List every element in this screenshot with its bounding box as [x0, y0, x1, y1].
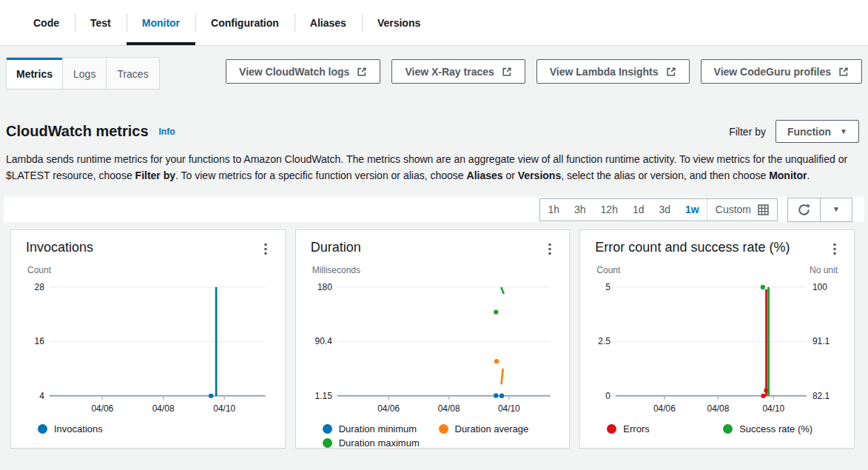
view-lambda-insights-button[interactable]: View Lambda Insights: [536, 59, 690, 84]
legend-color-dot: [723, 424, 733, 434]
y-axis-unit-label-right: No unit: [810, 265, 838, 275]
data-point: [761, 394, 766, 398]
duration-chart-card: Duration Milliseconds 18090.41.1504/0604…: [295, 229, 571, 449]
chart-menu-button[interactable]: [545, 241, 554, 257]
legend-color-dot: [607, 424, 616, 434]
description-bold: Monitor: [769, 169, 807, 181]
tab-code[interactable]: Code: [18, 0, 75, 45]
view-xray-traces-button[interactable]: View X-Ray traces: [391, 59, 525, 84]
data-point: [761, 285, 765, 289]
button-label: View Lambda Insights: [550, 66, 659, 78]
tab-configuration[interactable]: Configuration: [195, 0, 295, 45]
external-link-buttons: View CloudWatch logs View X-Ray traces V…: [226, 59, 862, 84]
filter-by-control: Filter by Function ▼: [729, 120, 859, 143]
kebab-menu-icon: [833, 243, 836, 255]
legend-label: Duration minimum: [339, 423, 417, 434]
refresh-controls: ▼: [787, 198, 852, 222]
legend-item[interactable]: Success rate (%): [723, 423, 839, 434]
subtab-metrics[interactable]: Metrics: [7, 58, 62, 89]
y-tick-label: 1.15: [314, 391, 332, 401]
view-codeguru-profiles-button[interactable]: View CodeGuru profiles: [701, 59, 862, 84]
legend-item[interactable]: Duration maximum: [323, 437, 439, 449]
tab-test[interactable]: Test: [75, 0, 127, 45]
refresh-button[interactable]: [788, 198, 820, 221]
time-range-1h[interactable]: 1h: [540, 204, 567, 215]
x-tick-label: 04/10: [763, 403, 785, 414]
chart-menu-button[interactable]: [830, 241, 839, 257]
y-axis-unit-label: Count: [27, 265, 51, 275]
data-point: [499, 394, 504, 398]
y-tick-label-right: 82.1: [813, 391, 830, 401]
button-label: View X-Ray traces: [405, 66, 494, 78]
kebab-menu-icon: [548, 243, 551, 255]
x-tick-label: 04/08: [152, 403, 175, 414]
chart-legend: Invocations: [26, 420, 270, 434]
time-range-1d[interactable]: 1d: [625, 204, 652, 215]
info-link[interactable]: Info: [159, 127, 175, 137]
x-tick-label: 04/10: [213, 403, 235, 414]
tab-monitor[interactable]: Monitor: [127, 0, 195, 45]
time-range-12h[interactable]: 12h: [593, 204, 625, 215]
kebab-menu-icon: [264, 243, 267, 255]
chart-plot: 52.5010091.182.104/0604/0804/10: [595, 277, 839, 417]
caret-down-icon: ▼: [832, 206, 840, 213]
y-tick-label-right: 91.1: [813, 336, 830, 346]
subtab-traces[interactable]: Traces: [106, 58, 158, 89]
view-cloudwatch-logs-button[interactable]: View CloudWatch logs: [226, 59, 380, 84]
time-range-1w[interactable]: 1w: [678, 204, 707, 215]
invocations-chart-card: Invocations Count 2816404/0604/0804/10 I…: [10, 229, 286, 449]
description-bold: Aliases: [467, 169, 503, 181]
x-tick-label: 04/06: [377, 403, 400, 414]
y-tick-label-right: 100: [813, 282, 827, 292]
legend-item[interactable]: Invocations: [38, 423, 154, 434]
y-axis-unit-label: Count: [596, 265, 620, 275]
data-segment: [501, 369, 502, 384]
legend-label: Errors: [623, 423, 649, 434]
chart-legend: Duration minimumDuration averageDuration…: [311, 420, 555, 449]
filter-by-value: Function: [787, 126, 831, 138]
chart-title: Invocations: [26, 240, 93, 255]
chart-title: Duration: [311, 240, 361, 255]
x-tick-label: 04/10: [498, 403, 520, 414]
filter-by-dropdown[interactable]: Function ▼: [776, 120, 859, 143]
chart-menu-button[interactable]: [261, 241, 270, 257]
page-title: CloudWatch metrics: [6, 123, 149, 139]
legend-item[interactable]: Duration average: [439, 423, 555, 434]
refresh-icon: [798, 204, 810, 216]
tab-versions[interactable]: Versions: [362, 0, 436, 45]
legend-item[interactable]: Duration minimum: [323, 423, 439, 434]
legend-color-dot: [38, 424, 47, 434]
caret-down-icon: ▼: [840, 128, 847, 135]
button-label: View CloudWatch logs: [239, 66, 349, 78]
subtab-logs[interactable]: Logs: [62, 58, 106, 89]
description-text: , select the alias or version, and then …: [561, 169, 769, 181]
custom-range-button[interactable]: Custom: [707, 199, 777, 221]
legend-color-dot: [323, 438, 332, 448]
monitor-toolbar-row: Metrics Logs Traces View CloudWatch logs…: [6, 57, 862, 90]
y-axis-unit-label: Milliseconds: [312, 265, 360, 275]
data-segment: [501, 287, 504, 294]
charts-row: Invocations Count 2816404/0604/0804/10 I…: [10, 229, 855, 449]
y-tick-label: 0: [606, 391, 611, 401]
y-tick-label: 5: [606, 282, 611, 292]
time-range-3h[interactable]: 3h: [567, 204, 593, 215]
refresh-options-dropdown[interactable]: ▼: [820, 198, 852, 221]
tab-aliases[interactable]: Aliases: [295, 0, 362, 45]
description-bold: Filter by: [135, 169, 175, 181]
calendar-grid-icon: [758, 204, 769, 215]
legend-color-dot: [439, 424, 448, 434]
legend-item[interactable]: Errors: [607, 423, 723, 434]
description-bold: Versions: [518, 169, 561, 181]
metrics-title-group: CloudWatch metrics Info: [6, 123, 175, 140]
data-point: [494, 359, 499, 363]
legend-color-dot: [323, 424, 332, 434]
legend-label: Invocations: [54, 423, 103, 434]
chart-plot: 2816404/0604/0804/10: [26, 277, 270, 417]
legend-label: Duration maximum: [339, 437, 420, 449]
monitor-subtabs: Metrics Logs Traces: [6, 57, 160, 90]
function-tabs-bar: Code Test Monitor Configuration Aliases …: [0, 0, 868, 46]
x-tick-label: 04/08: [707, 403, 730, 414]
data-point: [209, 394, 213, 398]
time-range-3d[interactable]: 3d: [652, 204, 679, 215]
y-tick-label: 90.4: [314, 336, 332, 346]
